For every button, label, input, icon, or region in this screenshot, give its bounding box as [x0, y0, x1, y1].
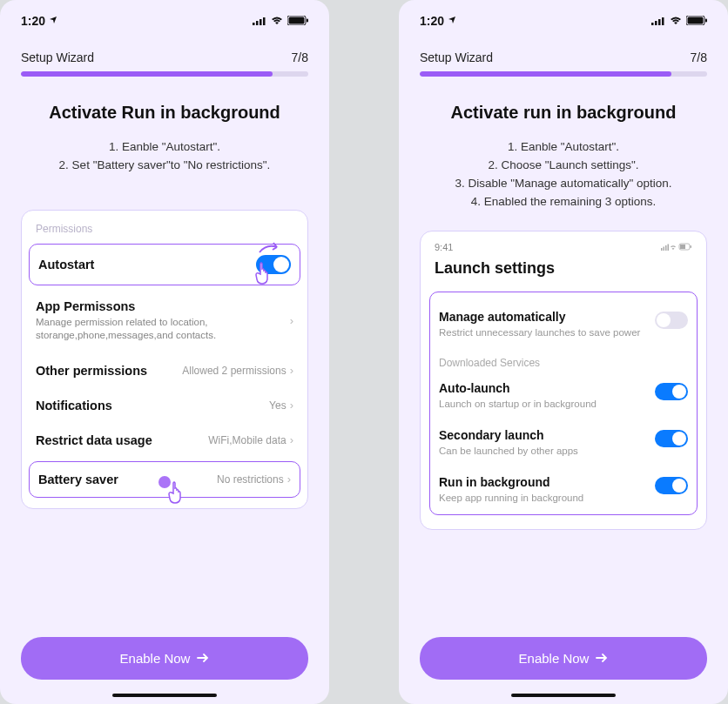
home-indicator [511, 694, 616, 697]
chevron-right-icon: › [290, 314, 293, 327]
row-battery-saver[interactable]: Battery saver No restrictions› [29, 461, 300, 498]
svg-rect-3 [263, 17, 266, 25]
svg-rect-6 [307, 19, 308, 23]
wifi-icon [271, 14, 283, 28]
row-value: Allowed 2 permissions [182, 365, 286, 377]
row-label: Manage automatically [439, 310, 646, 324]
location-icon [448, 16, 456, 26]
auto-launch-toggle[interactable] [655, 383, 688, 400]
chevron-right-icon: › [290, 433, 293, 446]
row-sublabel: Launch on startup or in background [439, 398, 646, 411]
manage-auto-toggle[interactable] [655, 312, 688, 329]
tap-dot-icon [158, 476, 171, 488]
svg-rect-20 [691, 245, 692, 248]
secondary-launch-toggle[interactable] [655, 430, 688, 447]
svg-rect-14 [661, 248, 663, 251]
row-value: Yes [269, 399, 286, 412]
svg-rect-10 [662, 17, 664, 25]
wizard-step: 7/8 [691, 50, 707, 64]
svg-rect-19 [680, 245, 685, 249]
row-secondary-launch[interactable]: Secondary launch Can be launched by othe… [439, 419, 688, 466]
wizard-step: 7/8 [292, 50, 308, 64]
row-sublabel: Can be launched by other apps [439, 445, 646, 458]
enable-now-button[interactable]: Enable Now [21, 637, 308, 680]
row-other-permissions[interactable]: Other permissions Allowed 2 permissions› [22, 353, 307, 388]
arrow-right-icon [596, 651, 608, 666]
row-label: Battery saver [38, 473, 118, 486]
row-value: No restrictions [217, 473, 284, 486]
svg-rect-12 [688, 17, 704, 24]
svg-rect-1 [256, 21, 259, 25]
svg-rect-9 [658, 19, 661, 25]
phone-mockup-right: 1:20 Setup Wizard 7/8 Activate run in ba… [399, 0, 728, 704]
row-label: App Permissons [36, 299, 290, 313]
phone-mockup-left: 1:20 Setup Wizard 7/8 Activate Run in ba… [0, 0, 329, 704]
svg-rect-16 [665, 245, 667, 251]
cta-label: Enable Now [120, 651, 191, 666]
row-manage-automatically[interactable]: Manage automatically Restrict unnecessar… [439, 301, 688, 348]
section-label: Downloaded Services [439, 357, 688, 369]
row-auto-launch[interactable]: Auto-launch Launch on startup or in back… [439, 372, 688, 419]
signal-icon [253, 14, 266, 28]
status-time: 1:20 [21, 14, 45, 28]
svg-rect-13 [705, 19, 707, 23]
page-title: Activate run in background [420, 103, 707, 123]
svg-rect-15 [664, 246, 665, 251]
row-label: Other permissions [36, 364, 147, 378]
chevron-right-icon: › [290, 399, 293, 412]
svg-rect-8 [655, 21, 657, 25]
svg-rect-0 [253, 23, 255, 25]
enable-now-button[interactable]: Enable Now [420, 637, 707, 680]
row-sublabel: Restrict unnecessary launches to save po… [439, 326, 646, 339]
row-label: Auto-launch [439, 381, 646, 395]
chevron-right-icon: › [287, 473, 291, 486]
svg-rect-17 [668, 244, 670, 251]
row-label: Secondary launch [439, 428, 646, 442]
row-label: Notifications [36, 399, 112, 412]
highlighted-settings-group: Manage automatically Restrict unnecessar… [429, 292, 698, 516]
row-label: Restrict data usage [36, 433, 152, 447]
launch-settings-card: 9:41 Launch settings Manage automaticall… [420, 231, 707, 531]
inner-status-icons [661, 242, 692, 252]
wizard-header: Setup Wizard 7/8 [0, 33, 329, 71]
svg-rect-2 [260, 19, 262, 25]
arrow-right-icon [197, 651, 209, 666]
row-restrict-data[interactable]: Restrict data usage WiFi,Mobile data› [22, 423, 307, 458]
row-sublabel: Manage permission related to location, s… [36, 316, 245, 343]
inner-page-title: Launch settings [435, 259, 692, 278]
row-label: Autostart [38, 258, 94, 272]
inner-status-bar: 9:41 [435, 242, 692, 252]
status-bar: 1:20 [0, 0, 329, 33]
row-value: WiFi,Mobile data [208, 434, 286, 446]
signal-icon [651, 14, 665, 28]
run-background-toggle[interactable] [655, 477, 688, 494]
svg-rect-7 [651, 23, 654, 25]
row-label: Run in background [439, 475, 646, 489]
status-time: 1:20 [420, 14, 444, 28]
instruction-steps: 1. Eanble "Autostart". 2. Choose "Launch… [420, 138, 707, 211]
row-sublabel: Keep app running in background [439, 492, 646, 505]
card-section-label: Permissions [22, 223, 307, 240]
wizard-header: Setup Wizard 7/8 [399, 33, 728, 71]
row-notifications[interactable]: Notifications Yes› [22, 388, 307, 423]
autostart-toggle[interactable] [256, 255, 291, 274]
page-title: Activate Run in background [21, 103, 308, 123]
status-bar: 1:20 [399, 0, 728, 33]
inner-time: 9:41 [435, 242, 453, 252]
permissions-card: Permissions Autostart App Permissons Man… [21, 210, 308, 509]
row-run-in-background[interactable]: Run in background Keep app running in ba… [439, 466, 688, 506]
chevron-right-icon: › [290, 364, 293, 377]
instruction-steps: 1. Eanble "Autostart". 2. Set "Battery s… [21, 138, 308, 175]
wizard-label: Setup Wizard [21, 50, 94, 64]
location-icon [49, 16, 57, 26]
battery-icon [287, 14, 308, 28]
wifi-icon [670, 14, 682, 28]
home-indicator [112, 694, 217, 697]
row-autostart[interactable]: Autostart [29, 244, 300, 285]
cta-label: Enable Now [519, 651, 590, 666]
wizard-label: Setup Wizard [420, 50, 493, 64]
row-app-permissions[interactable]: App Permissons Manage permission related… [22, 289, 307, 353]
battery-icon [686, 14, 707, 28]
svg-rect-5 [289, 17, 305, 24]
